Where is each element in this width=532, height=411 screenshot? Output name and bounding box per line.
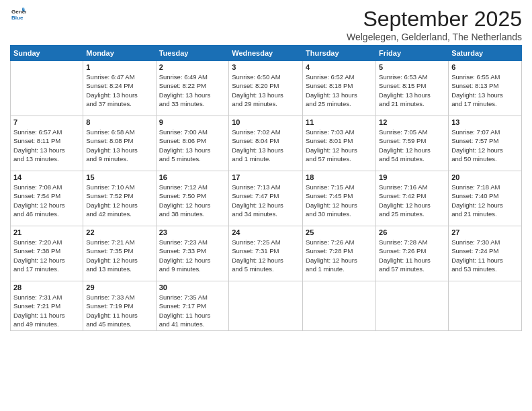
- day-number: 26: [379, 228, 445, 236]
- day-info: Sunrise: 6:50 AM Sunset: 8:20 PM Dayligh…: [232, 73, 300, 108]
- day-number: 5: [379, 63, 445, 71]
- month-title: September 2025: [26, 7, 522, 32]
- day-number: 6: [451, 63, 519, 71]
- calendar-cell: 1Sunrise: 6:47 AM Sunset: 8:24 PM Daylig…: [83, 61, 156, 116]
- calendar-cell: [376, 281, 449, 331]
- calendar-cell: 16Sunrise: 7:12 AM Sunset: 7:50 PM Dayli…: [156, 171, 229, 226]
- day-number: 24: [232, 228, 300, 236]
- col-monday: Monday: [83, 46, 156, 61]
- day-number: 13: [451, 118, 519, 126]
- calendar-cell: 4Sunrise: 6:52 AM Sunset: 8:18 PM Daylig…: [303, 61, 376, 116]
- day-number: 12: [379, 118, 445, 126]
- day-info: Sunrise: 7:08 AM Sunset: 7:54 PM Dayligh…: [13, 183, 80, 218]
- calendar-cell: [303, 281, 376, 331]
- day-info: Sunrise: 7:12 AM Sunset: 7:50 PM Dayligh…: [159, 183, 226, 218]
- day-info: Sunrise: 7:16 AM Sunset: 7:42 PM Dayligh…: [379, 183, 445, 218]
- calendar-cell: 24Sunrise: 7:25 AM Sunset: 7:31 PM Dayli…: [229, 226, 303, 281]
- day-number: 15: [86, 173, 152, 181]
- col-saturday: Saturday: [449, 46, 522, 61]
- calendar-cell: 10Sunrise: 7:02 AM Sunset: 8:04 PM Dayli…: [229, 116, 303, 171]
- day-number: 28: [13, 283, 80, 291]
- location: Welgelegen, Gelderland, The Netherlands: [26, 32, 522, 42]
- day-number: 25: [306, 228, 373, 236]
- day-number: 7: [13, 118, 80, 126]
- col-wednesday: Wednesday: [229, 46, 303, 61]
- col-thursday: Thursday: [303, 46, 376, 61]
- day-info: Sunrise: 7:21 AM Sunset: 7:35 PM Dayligh…: [86, 238, 152, 273]
- calendar-cell: 11Sunrise: 7:03 AM Sunset: 8:01 PM Dayli…: [303, 116, 376, 171]
- col-friday: Friday: [376, 46, 449, 61]
- calendar-cell: 13Sunrise: 7:07 AM Sunset: 7:57 PM Dayli…: [449, 116, 522, 171]
- calendar-cell: 14Sunrise: 7:08 AM Sunset: 7:54 PM Dayli…: [11, 171, 83, 226]
- day-number: 3: [232, 63, 300, 71]
- day-number: 2: [159, 63, 226, 71]
- day-info: Sunrise: 7:03 AM Sunset: 8:01 PM Dayligh…: [306, 128, 373, 163]
- day-info: Sunrise: 7:23 AM Sunset: 7:33 PM Dayligh…: [159, 238, 226, 273]
- week-row-1: 1Sunrise: 6:47 AM Sunset: 8:24 PM Daylig…: [11, 61, 522, 116]
- calendar-cell: 19Sunrise: 7:16 AM Sunset: 7:42 PM Dayli…: [376, 171, 449, 226]
- calendar-cell: [11, 61, 83, 116]
- day-info: Sunrise: 6:53 AM Sunset: 8:15 PM Dayligh…: [379, 73, 445, 108]
- calendar-cell: 17Sunrise: 7:13 AM Sunset: 7:47 PM Dayli…: [229, 171, 303, 226]
- day-info: Sunrise: 7:20 AM Sunset: 7:38 PM Dayligh…: [13, 238, 80, 273]
- day-number: 29: [86, 283, 152, 291]
- calendar-cell: 23Sunrise: 7:23 AM Sunset: 7:33 PM Dayli…: [156, 226, 229, 281]
- calendar-cell: 2Sunrise: 6:49 AM Sunset: 8:22 PM Daylig…: [156, 61, 229, 116]
- week-row-5: 28Sunrise: 7:31 AM Sunset: 7:21 PM Dayli…: [11, 281, 522, 331]
- calendar-cell: 21Sunrise: 7:20 AM Sunset: 7:38 PM Dayli…: [11, 226, 83, 281]
- day-info: Sunrise: 6:52 AM Sunset: 8:18 PM Dayligh…: [306, 73, 373, 108]
- calendar-cell: 15Sunrise: 7:10 AM Sunset: 7:52 PM Dayli…: [83, 171, 156, 226]
- day-number: 30: [159, 283, 226, 291]
- calendar-table: Sunday Monday Tuesday Wednesday Thursday…: [10, 45, 522, 331]
- day-number: 8: [86, 118, 152, 126]
- day-info: Sunrise: 7:18 AM Sunset: 7:40 PM Dayligh…: [451, 183, 519, 218]
- calendar-cell: 27Sunrise: 7:30 AM Sunset: 7:24 PM Dayli…: [449, 226, 522, 281]
- calendar-cell: 26Sunrise: 7:28 AM Sunset: 7:26 PM Dayli…: [376, 226, 449, 281]
- day-number: 23: [159, 228, 226, 236]
- day-info: Sunrise: 7:30 AM Sunset: 7:24 PM Dayligh…: [451, 238, 519, 273]
- calendar-cell: 8Sunrise: 6:58 AM Sunset: 8:08 PM Daylig…: [83, 116, 156, 171]
- day-info: Sunrise: 7:26 AM Sunset: 7:28 PM Dayligh…: [306, 238, 373, 273]
- calendar-cell: 3Sunrise: 6:50 AM Sunset: 8:20 PM Daylig…: [229, 61, 303, 116]
- logo: General Blue: [10, 7, 26, 21]
- calendar-cell: [449, 281, 522, 331]
- day-info: Sunrise: 7:00 AM Sunset: 8:06 PM Dayligh…: [159, 128, 226, 163]
- day-info: Sunrise: 7:05 AM Sunset: 7:59 PM Dayligh…: [379, 128, 445, 163]
- calendar-cell: 22Sunrise: 7:21 AM Sunset: 7:35 PM Dayli…: [83, 226, 156, 281]
- day-info: Sunrise: 7:07 AM Sunset: 7:57 PM Dayligh…: [451, 128, 519, 163]
- week-row-3: 14Sunrise: 7:08 AM Sunset: 7:54 PM Dayli…: [11, 171, 522, 226]
- calendar-cell: 20Sunrise: 7:18 AM Sunset: 7:40 PM Dayli…: [449, 171, 522, 226]
- calendar-cell: 29Sunrise: 7:33 AM Sunset: 7:19 PM Dayli…: [83, 281, 156, 331]
- day-number: 17: [232, 173, 300, 181]
- day-info: Sunrise: 6:47 AM Sunset: 8:24 PM Dayligh…: [86, 73, 152, 108]
- day-number: 14: [13, 173, 80, 181]
- title-section: September 2025 Welgelegen, Gelderland, T…: [26, 7, 522, 42]
- col-tuesday: Tuesday: [156, 46, 229, 61]
- header-row: Sunday Monday Tuesday Wednesday Thursday…: [11, 46, 522, 61]
- day-number: 4: [306, 63, 373, 71]
- day-info: Sunrise: 7:33 AM Sunset: 7:19 PM Dayligh…: [86, 293, 152, 328]
- calendar-cell: 6Sunrise: 6:55 AM Sunset: 8:13 PM Daylig…: [449, 61, 522, 116]
- calendar-cell: 9Sunrise: 7:00 AM Sunset: 8:06 PM Daylig…: [156, 116, 229, 171]
- day-number: 18: [306, 173, 373, 181]
- day-info: Sunrise: 7:15 AM Sunset: 7:45 PM Dayligh…: [306, 183, 373, 218]
- day-number: 10: [232, 118, 300, 126]
- calendar-cell: 7Sunrise: 6:57 AM Sunset: 8:11 PM Daylig…: [11, 116, 83, 171]
- day-info: Sunrise: 7:13 AM Sunset: 7:47 PM Dayligh…: [232, 183, 300, 218]
- calendar-cell: [229, 281, 303, 331]
- day-info: Sunrise: 7:28 AM Sunset: 7:26 PM Dayligh…: [379, 238, 445, 273]
- day-info: Sunrise: 7:02 AM Sunset: 8:04 PM Dayligh…: [232, 128, 300, 163]
- logo-icon: General Blue: [11, 7, 26, 21]
- day-number: 27: [451, 228, 519, 236]
- day-number: 11: [306, 118, 373, 126]
- week-row-2: 7Sunrise: 6:57 AM Sunset: 8:11 PM Daylig…: [11, 116, 522, 171]
- day-info: Sunrise: 6:55 AM Sunset: 8:13 PM Dayligh…: [451, 73, 519, 108]
- svg-text:Blue: Blue: [11, 15, 24, 21]
- calendar-cell: 5Sunrise: 6:53 AM Sunset: 8:15 PM Daylig…: [376, 61, 449, 116]
- day-number: 20: [451, 173, 519, 181]
- week-row-4: 21Sunrise: 7:20 AM Sunset: 7:38 PM Dayli…: [11, 226, 522, 281]
- day-number: 21: [13, 228, 80, 236]
- col-sunday: Sunday: [11, 46, 83, 61]
- calendar-cell: 28Sunrise: 7:31 AM Sunset: 7:21 PM Dayli…: [11, 281, 83, 331]
- header: General Blue September 2025 Welgelegen, …: [10, 7, 522, 42]
